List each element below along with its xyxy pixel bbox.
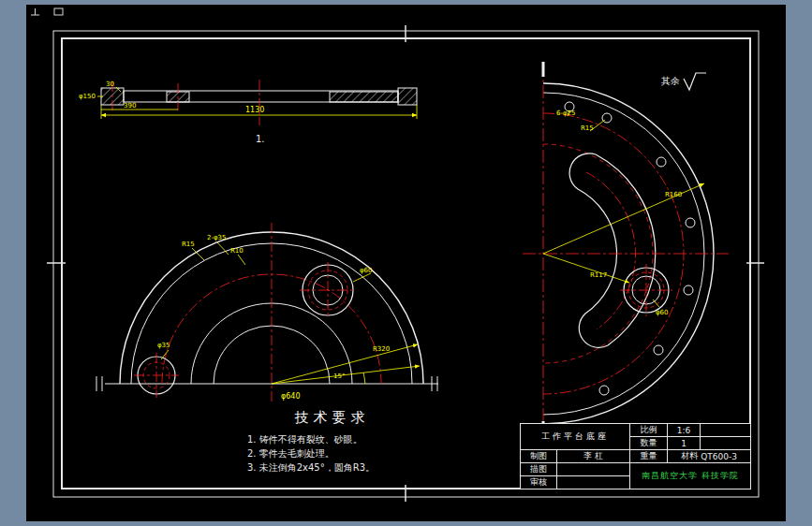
- tech-req-item: 3. 未注倒角2x45°，圆角R3。: [236, 460, 428, 475]
- surface-note-text: 其余: [661, 76, 680, 86]
- tech-req-item: 2. 零件去毛刺处理。: [236, 446, 428, 460]
- dim-label: φ60: [360, 267, 373, 274]
- material-label: 材料: [681, 450, 698, 462]
- tracer-label: 描图: [521, 463, 557, 476]
- cad-workspace: { "title_block": { "part_name": "工作平台底座"…: [0, 0, 812, 526]
- empty-cell: [557, 463, 630, 476]
- empty-cell: [701, 437, 751, 450]
- dim-label: 6-φ25: [556, 110, 576, 117]
- dim-label: R160: [665, 191, 682, 198]
- dim-label: φ60: [656, 309, 669, 316]
- dim-label: φ640: [281, 392, 301, 401]
- dim-label: R15: [581, 124, 594, 132]
- view-label: 1.: [256, 134, 265, 144]
- scale-value: 1:6: [668, 424, 701, 437]
- checker-label: 审核: [521, 476, 557, 489]
- dim-label: 390: [124, 102, 136, 110]
- dim-label: 30: [106, 80, 114, 88]
- dim-label: R117: [590, 271, 607, 279]
- quantity-value: 1: [668, 437, 701, 450]
- dim-label: 15°: [333, 373, 345, 380]
- dim-label: R320: [373, 345, 390, 353]
- part-name: 工作平台底座: [521, 424, 630, 450]
- tech-req-item: 1. 铸件不得有裂纹、砂眼。: [236, 432, 428, 446]
- tech-req-title: 技术要求: [236, 409, 428, 427]
- quantity-label: 数量: [630, 437, 668, 450]
- dim-label: 1130: [245, 106, 264, 114]
- organization: 南昌航空大学 科技学院: [630, 463, 751, 489]
- material-cell: 材料 QT600-3: [668, 450, 751, 463]
- dim-label: φ35: [157, 342, 170, 349]
- empty-cell: [701, 424, 751, 437]
- scale-label: 比例: [630, 424, 668, 437]
- title-block: 工作平台底座 比例 1:6 数量 1 制图 李 杠 重量 材料 QT600-3 …: [520, 423, 750, 489]
- weight-label: 重量: [630, 450, 668, 463]
- drafter-name: 李 杠: [557, 450, 630, 463]
- dim-label: R15: [182, 241, 195, 248]
- empty-cell: [557, 476, 630, 489]
- drafter-label: 制图: [521, 450, 557, 463]
- dim-label: 2-φ35: [207, 234, 227, 241]
- dim-label: R10: [230, 247, 244, 255]
- dim-label: φ150: [79, 93, 96, 100]
- material-value: QT600-3: [701, 452, 737, 461]
- technical-requirements: 技术要求 1. 铸件不得有裂纹、砂眼。 2. 零件去毛刺处理。 3. 未注倒角2…: [236, 409, 428, 475]
